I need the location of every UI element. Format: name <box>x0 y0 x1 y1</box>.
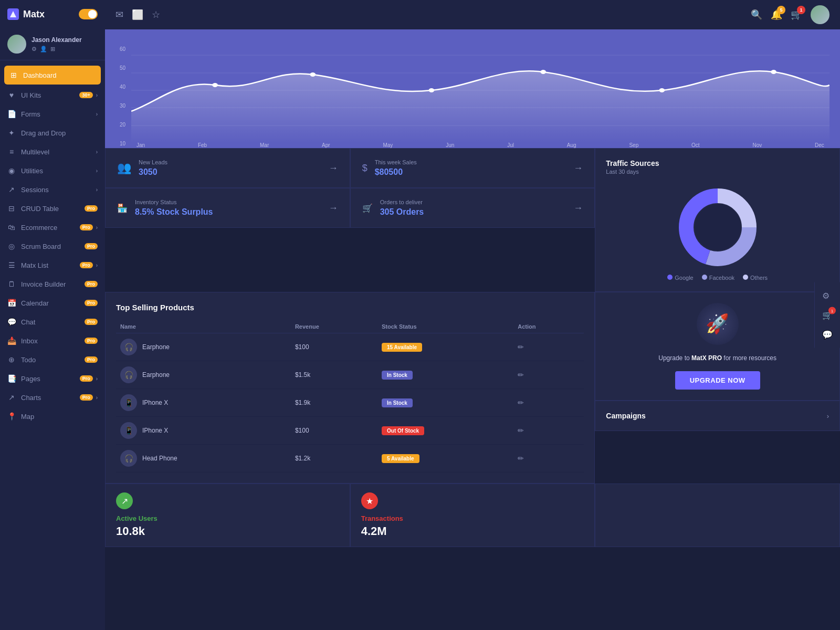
product-icon: 📱 <box>120 394 137 411</box>
table-row: 🎧 Earphone $100 15 Available ✏ <box>116 333 584 361</box>
sales-arrow[interactable]: → <box>573 163 583 174</box>
product-action[interactable]: ✏ <box>513 417 584 445</box>
profile-icon[interactable]: 👤 <box>40 46 47 52</box>
settings-icon[interactable]: ⚙ <box>32 46 37 52</box>
col-name: Name <box>116 320 291 333</box>
edit-icon[interactable]: ✏ <box>518 426 524 435</box>
product-action[interactable]: ✏ <box>513 333 584 361</box>
user-avatar-top[interactable] <box>811 5 830 24</box>
nav-label-drag-drop: Drag and Drop <box>21 129 66 137</box>
sidebar-item-chat[interactable]: 💬 Chat Pro <box>0 312 105 331</box>
campaigns-header: Campaigns › <box>606 412 829 420</box>
x-label-feb: Feb <box>198 142 207 148</box>
notification-bell[interactable]: 🔔 5 <box>771 9 782 20</box>
product-icon: 🎧 <box>120 339 137 355</box>
y-label-10: 10 <box>120 141 125 160</box>
nav-icon-scrum-board: ◎ <box>7 242 16 250</box>
panel-settings-icon[interactable]: ⚙ <box>818 287 837 305</box>
y-label-60: 60 <box>120 46 125 65</box>
product-action[interactable]: ✏ <box>513 389 584 417</box>
layout-icon[interactable]: ⊞ <box>50 46 55 52</box>
sidebar-item-inbox[interactable]: 📥 Inbox Pro <box>0 331 105 350</box>
sidebar-item-sessions[interactable]: ↗ Sessions › <box>0 180 105 199</box>
nav-label-ui-kits: UI Kits <box>21 91 41 99</box>
traffic-legend: Google Facebook Others <box>606 275 829 281</box>
y-label-40: 40 <box>120 84 125 103</box>
sidebar-item-map[interactable]: 📍 Map <box>0 407 105 426</box>
sidebar-nav: ⊞ Dashboard ♥ UI Kits 30+ › 📄 Forms › ✦ … <box>0 60 105 630</box>
nav-label-crud-table: CRUD Table <box>21 205 59 213</box>
sidebar-item-drag-drop[interactable]: ✦ Drag and Drop <box>0 123 105 142</box>
star-icon[interactable]: ☆ <box>152 9 160 20</box>
nav-badge-ecommerce: Pro <box>80 224 93 230</box>
sidebar-item-matx-list[interactable]: ☰ Matx List Pro › <box>0 256 105 275</box>
nav-label-sessions: Sessions <box>21 186 49 194</box>
x-label-oct: Oct <box>691 142 700 148</box>
col-revenue: Revenue <box>291 320 377 333</box>
nav-chevron-forms: › <box>96 111 98 117</box>
nav-label-ecommerce: Ecommerce <box>21 224 57 232</box>
edit-icon[interactable]: ✏ <box>518 343 524 351</box>
product-name: IPhone X <box>142 399 168 406</box>
sidebar-item-ui-kits[interactable]: ♥ UI Kits 30+ › <box>0 86 105 104</box>
sidebar-item-scrum-board[interactable]: ◎ Scrum Board Pro <box>0 237 105 256</box>
edit-icon[interactable]: ✏ <box>518 371 524 379</box>
product-name-cell: 🎧 Earphone <box>116 361 291 389</box>
upgrade-button[interactable]: UPGRADE NOW <box>675 371 760 390</box>
stat-inventory: 🏪 Inventory Status 8.5% Stock Surplus → <box>105 188 350 228</box>
sidebar-item-utilities[interactable]: ◉ Utilities › <box>0 161 105 180</box>
product-action[interactable]: ✏ <box>513 445 584 472</box>
sidebar-item-charts[interactable]: ↗ Charts Pro › <box>0 388 105 407</box>
product-stock: 5 Available <box>377 445 513 472</box>
mail-icon[interactable]: ✉ <box>116 9 123 20</box>
nav-icon-utilities: ◉ <box>7 166 16 175</box>
x-label-jan: Jan <box>136 142 145 148</box>
product-stock: In Stock <box>377 389 513 417</box>
edit-icon[interactable]: ✏ <box>518 398 524 407</box>
panel-chat-icon[interactable]: 💬 <box>818 326 837 344</box>
user-icons: ⚙ 👤 ⊞ <box>32 46 82 52</box>
product-stock: In Stock <box>377 361 513 389</box>
nav-label-matx-list: Matx List <box>21 261 48 269</box>
campaigns-title: Campaigns <box>606 412 645 420</box>
sidebar-item-todo[interactable]: ⊕ Todo Pro <box>0 350 105 369</box>
nav-icon-chat: 💬 <box>7 318 16 326</box>
sidebar-item-ecommerce[interactable]: 🛍 Ecommerce Pro › <box>0 218 105 237</box>
edit-icon[interactable]: ✏ <box>518 454 524 463</box>
sidebar-item-pages[interactable]: 📑 Pages Pro › <box>0 369 105 388</box>
sidebar-item-calendar[interactable]: 📅 Calendar Pro <box>0 293 105 312</box>
product-action[interactable]: ✏ <box>513 361 584 389</box>
nav-icon-calendar: 📅 <box>7 299 16 307</box>
sidebar-item-crud-table[interactable]: ⊟ CRUD Table Pro <box>0 199 105 218</box>
cart-button[interactable]: 🛒 1 <box>791 9 802 20</box>
nav-icon-todo: ⊕ <box>7 355 16 364</box>
nav-icon-ui-kits: ♥ <box>7 91 16 99</box>
theme-toggle[interactable] <box>79 9 98 19</box>
inventory-label: Inventory Status <box>135 199 213 205</box>
stat-sales: $ This week Sales $80500 → <box>350 148 595 188</box>
window-icon[interactable]: ⬜ <box>132 9 143 20</box>
nav-icon-pages: 📑 <box>7 374 16 383</box>
active-users-title: Active Users <box>116 514 339 522</box>
nav-icon-invoice: 🗒 <box>7 280 16 288</box>
chart-x-labels: Jan Feb Mar Apr May Jun Jul Aug Sep Oct … <box>131 142 830 148</box>
orders-arrow[interactable]: → <box>573 203 583 214</box>
leads-arrow[interactable]: → <box>329 163 338 174</box>
nav-chevron-charts: › <box>96 395 98 401</box>
avatar <box>7 35 26 54</box>
panel-cart-icon[interactable]: 🛒 1 <box>818 306 837 324</box>
sidebar-item-dashboard[interactable]: ⊞ Dashboard <box>4 66 101 85</box>
nav-label-forms: Forms <box>21 110 40 118</box>
campaigns-arrow[interactable]: › <box>827 412 829 420</box>
sidebar-item-forms[interactable]: 📄 Forms › <box>0 104 105 123</box>
sidebar-item-multilevel[interactable]: ≡ Multilevel › <box>0 142 105 161</box>
table-row: 🎧 Earphone $1.5k In Stock ✏ <box>116 361 584 389</box>
inventory-arrow[interactable]: → <box>329 203 338 214</box>
nav-label-chat: Chat <box>21 318 35 326</box>
nav-icon-charts: ↗ <box>7 393 16 402</box>
search-icon[interactable]: 🔍 <box>751 9 762 20</box>
stock-badge: Out Of Stock <box>382 426 424 435</box>
sidebar-item-invoice[interactable]: 🗒 Invoice Builder Pro <box>0 275 105 293</box>
nav-label-dashboard: Dashboard <box>23 71 57 79</box>
nav-chevron-ecommerce: › <box>96 225 98 230</box>
